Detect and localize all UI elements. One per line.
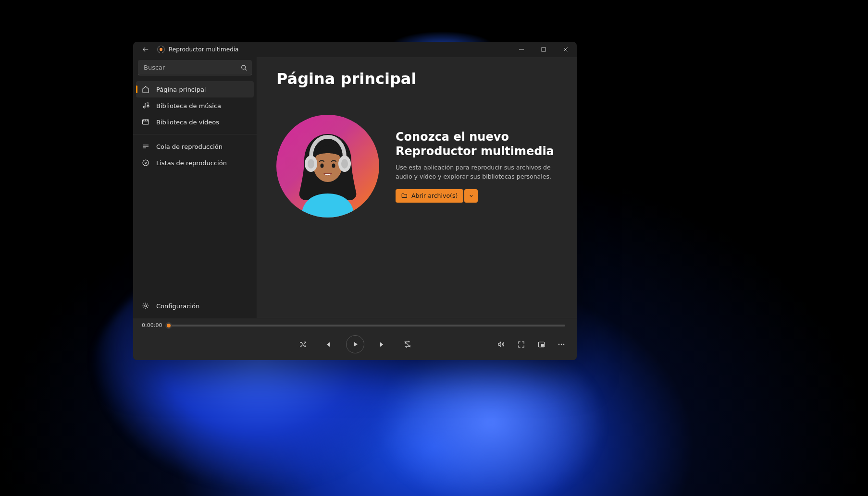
sidebar-item-videos[interactable]: Biblioteca de vídeos <box>136 114 254 130</box>
video-icon <box>142 118 149 126</box>
hero-section: Conozca el nuevo Reproductor multimedia … <box>276 115 558 218</box>
svg-point-5 <box>145 305 147 307</box>
svg-point-16 <box>561 344 562 345</box>
volume-button[interactable] <box>495 339 507 350</box>
search-icon[interactable] <box>241 65 247 71</box>
sidebar-item-label: Biblioteca de vídeos <box>156 119 219 126</box>
sidebar-item-label: Página principal <box>156 86 206 93</box>
sidebar-item-label: Cola de reproducción <box>156 143 223 150</box>
titlebar: Reproductor multimedia <box>133 42 577 57</box>
queue-icon <box>142 143 149 150</box>
svg-rect-14 <box>541 344 544 346</box>
svg-point-17 <box>563 344 565 345</box>
play-button[interactable] <box>346 335 364 353</box>
maximize-button[interactable] <box>533 42 555 57</box>
music-note-icon <box>142 102 149 109</box>
open-files-dropdown-button[interactable] <box>464 189 478 203</box>
svg-point-11 <box>321 164 324 168</box>
sidebar-divider <box>133 134 257 134</box>
sidebar-item-queue[interactable]: Cola de reproducción <box>136 138 254 155</box>
miniplayer-button[interactable] <box>535 339 547 350</box>
open-files-button[interactable]: Abrir archivo(s) <box>396 189 463 203</box>
current-time: 0:00:00 <box>142 322 162 328</box>
back-button[interactable] <box>139 43 152 56</box>
seek-thumb[interactable] <box>165 322 172 329</box>
previous-button[interactable] <box>321 338 335 351</box>
sidebar-item-home[interactable]: Página principal <box>136 81 254 97</box>
app-window: Reproductor multimedia Página princi <box>133 42 577 360</box>
app-icon <box>157 46 165 53</box>
search-input[interactable] <box>138 60 252 75</box>
sidebar-item-label: Biblioteca de música <box>156 102 221 109</box>
hero-illustration <box>276 115 379 218</box>
sidebar-item-playlists[interactable]: Listas de reproducción <box>136 155 254 171</box>
repeat-button[interactable] <box>401 338 414 351</box>
hero-title: Conozca el nuevo Reproductor multimedia <box>396 130 558 158</box>
svg-point-8 <box>308 159 314 169</box>
more-button[interactable] <box>556 339 567 350</box>
home-icon <box>142 85 149 93</box>
open-files-label: Abrir archivo(s) <box>411 192 458 199</box>
seek-slider[interactable] <box>169 325 565 327</box>
svg-point-4 <box>145 162 147 164</box>
main-content: Página principal <box>257 57 577 318</box>
chevron-down-icon <box>469 193 474 198</box>
sidebar-item-settings[interactable]: Configuración <box>136 298 254 314</box>
gear-icon <box>142 302 149 310</box>
window-controls <box>510 42 577 57</box>
svg-point-12 <box>332 164 335 168</box>
hero-description: Use esta aplicación para reproducir sus … <box>396 163 558 181</box>
sidebar-item-music[interactable]: Biblioteca de música <box>136 97 254 114</box>
svg-point-10 <box>341 159 348 169</box>
svg-point-3 <box>143 160 149 166</box>
folder-icon <box>401 193 408 199</box>
app-title: Reproductor multimedia <box>169 46 238 53</box>
playlist-icon <box>142 159 149 167</box>
player-bar: 0:00:00 <box>133 318 577 360</box>
svg-rect-0 <box>542 48 546 51</box>
next-button[interactable] <box>376 338 389 351</box>
fullscreen-button[interactable] <box>515 339 527 350</box>
sidebar-item-label: Configuración <box>156 302 199 310</box>
svg-point-15 <box>558 344 560 345</box>
sidebar: Página principal Biblioteca de música Bi… <box>133 57 257 318</box>
close-button[interactable] <box>555 42 577 57</box>
svg-point-1 <box>242 65 246 69</box>
page-title: Página principal <box>276 70 558 88</box>
minimize-button[interactable] <box>510 42 533 57</box>
shuffle-button[interactable] <box>296 338 310 351</box>
sidebar-item-label: Listas de reproducción <box>156 159 227 167</box>
